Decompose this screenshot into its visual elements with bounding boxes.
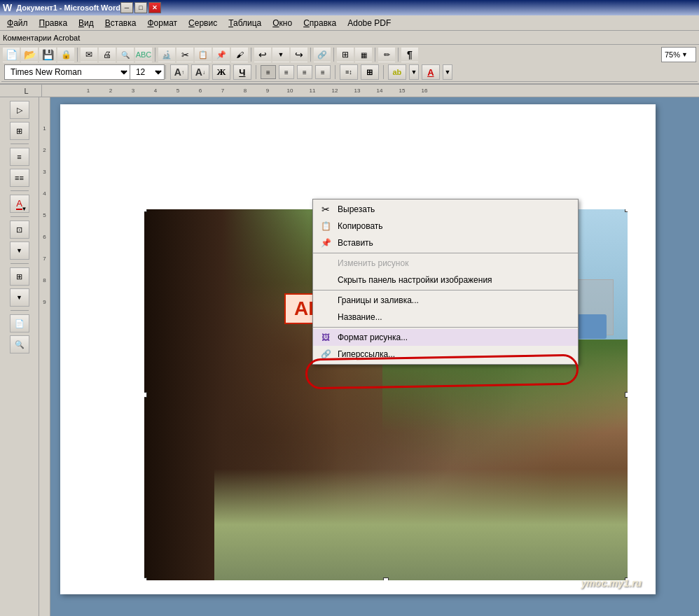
save-icon: 💾 <box>42 49 54 60</box>
ruler-tick: 9 <box>256 88 279 94</box>
font-color-dropdown[interactable]: ▼ <box>443 64 452 80</box>
title-bar: W Документ1 - Microsoft Word ─ □ ✕ <box>0 0 699 15</box>
hyperlink-button[interactable]: 🔗 <box>314 47 331 62</box>
zoom-area[interactable]: 75% ▼ <box>661 47 696 62</box>
preview-button[interactable]: 🔍 <box>117 47 134 62</box>
ruler-tick: 15 <box>391 88 413 94</box>
ctx-format-picture[interactable]: 🖼 Формат рисунка... <box>313 329 578 346</box>
left-tool-7[interactable]: ▼ <box>10 241 29 260</box>
paste-button[interactable]: 📌 <box>213 47 230 62</box>
spellcheck-button[interactable]: ABC <box>135 47 152 62</box>
font-name-select[interactable]: Times New Roman <box>4 64 130 80</box>
bold-button[interactable]: Ж <box>212 64 230 80</box>
ctx-copy[interactable]: 📋 Копировать <box>313 218 578 234</box>
ctx-paste-label: Вставить <box>338 238 373 248</box>
undo-button[interactable]: ↩ <box>254 47 271 62</box>
ctx-paste[interactable]: 📌 Вставить <box>313 234 578 251</box>
cut-button[interactable]: ✂ <box>177 47 193 62</box>
align-justify-button[interactable]: ≡ <box>315 65 331 79</box>
spellcheck-icon: ABC <box>136 50 152 59</box>
ruler-tick: 1 <box>77 88 99 94</box>
show-formatting-button[interactable]: ¶ <box>401 47 418 62</box>
sel-handle-tr <box>625 209 628 212</box>
email-button[interactable]: ✉ <box>81 47 97 62</box>
table-button[interactable]: ⊞ <box>337 47 354 62</box>
print-button[interactable]: 🖨 <box>99 47 116 62</box>
undo-dropdown[interactable]: ▼ <box>272 47 289 62</box>
left-tool-4[interactable]: ≡≡ <box>10 169 29 187</box>
align-center-button[interactable]: ≡ <box>279 65 294 79</box>
left-tool-11[interactable]: 🔍 <box>10 335 29 354</box>
left-tool-5[interactable]: A▼ <box>10 195 29 213</box>
open-button[interactable]: 📂 <box>21 47 38 62</box>
permission-button[interactable]: 🔒 <box>57 47 74 62</box>
left-tool-8[interactable]: ⊞ <box>10 267 29 286</box>
maximize-button[interactable]: □ <box>134 2 147 13</box>
font-sep-4 <box>383 65 384 79</box>
left-tool-3[interactable]: ≡ <box>10 148 29 166</box>
menu-table[interactable]: Таблица <box>223 17 267 29</box>
ctx-cut[interactable]: ✂ Вырезать <box>313 201 578 218</box>
separator-6 <box>375 48 375 62</box>
left-sep-4 <box>11 263 29 264</box>
left-sep-1 <box>11 144 29 144</box>
menu-file[interactable]: Файл <box>1 17 34 29</box>
menu-edit[interactable]: Правка <box>34 17 74 29</box>
menu-view[interactable]: Вид <box>73 17 99 29</box>
doc-area: 1 2 3 4 5 6 7 8 9 <box>39 97 699 616</box>
highlight-dropdown[interactable]: ▼ <box>409 64 419 80</box>
save-button[interactable]: 💾 <box>39 47 56 62</box>
ctx-hide-panel[interactable]: Скрыть панель настройки изображения <box>313 272 578 288</box>
left-tool-9[interactable]: ▼ <box>10 288 29 307</box>
main-area: ▷ ⊞ ≡ ≡≡ A▼ ⊡ ▼ ⊞ ▼ 📄 🔍 1 2 3 4 5 6 <box>0 97 699 616</box>
menu-help[interactable]: Справка <box>298 17 342 29</box>
permission-icon: 🔒 <box>61 50 71 59</box>
menu-adobe[interactable]: Adobe PDF <box>342 17 396 29</box>
sel-handle-bl <box>144 578 147 580</box>
ctx-hyperlink[interactable]: 🔗 Гиперссылка... <box>313 346 578 363</box>
left-tool-1[interactable]: ▷ <box>10 101 29 119</box>
line-spacing-button[interactable]: ≡↕ <box>340 64 358 80</box>
copy-button[interactable]: 📋 <box>195 47 212 62</box>
redo-button[interactable]: ↪ <box>291 47 307 62</box>
new-button[interactable]: 📄 <box>3 47 20 62</box>
ctx-borders[interactable]: Границы и заливка... <box>313 292 578 309</box>
menu-insert[interactable]: Вставка <box>99 17 142 29</box>
sel-handle-ml <box>144 392 147 398</box>
drawing-button[interactable]: ✏ <box>378 47 395 62</box>
borders-button[interactable]: ⊞ <box>361 64 379 80</box>
edit-picture-icon <box>319 256 333 270</box>
format-painter-button[interactable]: 🖌 <box>231 47 248 62</box>
left-tool-2[interactable]: ⊞ <box>10 122 29 140</box>
zoom-dropdown-icon: ▼ <box>681 51 688 58</box>
ctx-hide-panel-label: Скрыть панель настройки изображения <box>338 275 492 285</box>
menu-window[interactable]: Окно <box>267 17 298 29</box>
minimize-button[interactable]: ─ <box>120 2 133 13</box>
left-tool-10[interactable]: 📄 <box>10 314 29 332</box>
ctx-caption[interactable]: Название... <box>313 309 578 326</box>
acrobat-label: Комментарии Acrobat <box>3 34 80 42</box>
ruler-tick: 7 <box>212 88 234 94</box>
undo-icon: ↩ <box>258 49 267 60</box>
font-size-select[interactable]: 12 <box>130 64 165 80</box>
window-controls: ─ □ ✕ <box>120 2 161 13</box>
menu-service[interactable]: Сервис <box>183 17 223 29</box>
ruler-tick: 8 <box>234 88 256 94</box>
menu-bar: Файл Правка Вид Вставка Формат Сервис Та… <box>0 15 699 31</box>
align-right-button[interactable]: ≡ <box>297 65 312 79</box>
ctx-sep-3 <box>313 327 578 328</box>
align-left-button[interactable]: ≡ <box>261 65 276 79</box>
font-color-button[interactable]: A <box>422 64 440 80</box>
columns-button[interactable]: ▦ <box>355 47 372 62</box>
close-button[interactable]: ✕ <box>148 2 161 13</box>
grow-font-button[interactable]: A↑ <box>170 64 188 80</box>
underline-button[interactable]: Ч <box>233 64 251 80</box>
table-icon: ⊞ <box>342 50 349 59</box>
research-button[interactable]: 🔬 <box>158 47 175 62</box>
shrink-font-button[interactable]: A↓ <box>191 64 209 80</box>
ruler-tick: 5 <box>167 88 189 94</box>
left-tool-6[interactable]: ⊡ <box>10 220 29 239</box>
highlight-button[interactable]: ab <box>388 64 406 80</box>
menu-format[interactable]: Формат <box>141 17 183 29</box>
caption-icon <box>319 310 333 324</box>
